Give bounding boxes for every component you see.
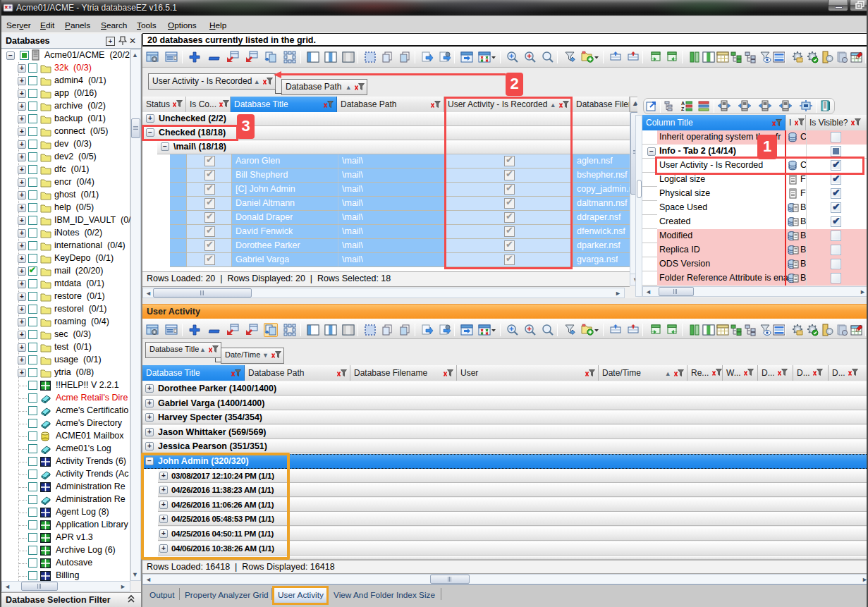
svg-text:Z: Z: [681, 106, 685, 111]
svg-text:A: A: [681, 101, 685, 106]
